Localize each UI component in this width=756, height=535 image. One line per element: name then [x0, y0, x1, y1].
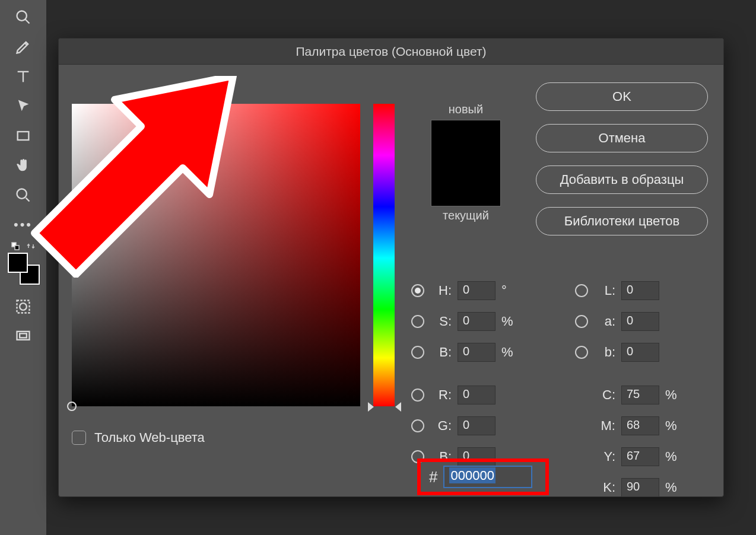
y-label: Y:	[593, 449, 615, 464]
k-label: K:	[593, 480, 615, 495]
color-preview: новый текущий	[424, 103, 507, 222]
path-select-tool-icon[interactable]	[8, 91, 38, 121]
b-radio[interactable]	[411, 346, 424, 359]
r-label: R:	[429, 387, 452, 403]
ok-button[interactable]: OK	[536, 82, 708, 111]
l-input[interactable]: 0	[621, 281, 659, 300]
hue-slider[interactable]	[373, 104, 395, 406]
more-tools-icon[interactable]: •••	[8, 210, 38, 240]
a-radio[interactable]	[575, 315, 588, 328]
svg-rect-11	[17, 332, 30, 340]
m-label: M:	[593, 418, 615, 434]
hash-label: #	[429, 468, 437, 486]
svg-rect-4	[18, 132, 29, 140]
g-label: G:	[429, 418, 452, 434]
hue-thumb-left[interactable]	[368, 402, 374, 412]
cancel-button[interactable]: Отмена	[536, 124, 708, 152]
b2-input[interactable]: 0	[458, 447, 495, 466]
default-colors-icon[interactable]	[11, 242, 20, 250]
svg-rect-12	[20, 333, 27, 337]
color-libraries-button[interactable]: Библиотеки цветов	[536, 207, 708, 235]
svg-line-6	[26, 198, 30, 202]
r-radio[interactable]	[411, 388, 424, 402]
r-input[interactable]: 0	[458, 386, 495, 405]
g-input[interactable]: 0	[458, 416, 495, 435]
hex-row: # 000000	[421, 466, 532, 488]
pen-tool-icon[interactable]	[8, 32, 38, 62]
color-cursor[interactable]	[67, 402, 77, 411]
quickmask-icon[interactable]	[8, 292, 38, 321]
b2-label: B:	[429, 449, 452, 464]
h-input[interactable]: 0	[458, 281, 495, 300]
web-only-label: Только Web-цвета	[94, 430, 205, 445]
l-label: L:	[593, 283, 615, 298]
a-label: a:	[593, 314, 615, 329]
b2-radio[interactable]	[411, 450, 424, 463]
h-label: H:	[429, 283, 452, 298]
svg-point-10	[20, 303, 27, 310]
s-input[interactable]: 0	[458, 312, 495, 331]
foreground-color-swatch[interactable]	[8, 253, 28, 273]
svg-rect-8	[15, 246, 19, 250]
saturation-brightness-field[interactable]	[72, 104, 360, 406]
rectangle-tool-icon[interactable]	[8, 121, 38, 151]
c-label: C:	[593, 387, 615, 403]
svg-rect-9	[17, 301, 30, 313]
color-picker-dialog: Палитра цветов (Основной цвет) новый тек…	[58, 38, 724, 497]
new-color-swatch[interactable]	[431, 120, 501, 206]
screenmode-icon[interactable]	[8, 321, 38, 351]
b-input[interactable]: 0	[458, 343, 495, 362]
magnify-tool-icon[interactable]	[8, 2, 38, 32]
s-label: S:	[429, 314, 452, 329]
zoom-tool-icon[interactable]	[8, 180, 38, 210]
l-radio[interactable]	[575, 284, 588, 297]
new-label: новый	[424, 103, 507, 116]
lb-radio[interactable]	[575, 346, 588, 359]
g-radio[interactable]	[411, 419, 424, 432]
svg-point-0	[17, 11, 27, 21]
svg-line-1	[26, 20, 30, 24]
color-swatches	[5, 242, 41, 285]
hue-thumb-right[interactable]	[395, 402, 401, 412]
deg-unit: °	[501, 283, 507, 298]
web-only-checkbox[interactable]	[72, 431, 86, 445]
hex-input[interactable]: 000000	[443, 466, 532, 488]
type-tool-icon[interactable]	[8, 62, 38, 91]
c-input[interactable]: 75	[621, 386, 659, 405]
s-radio[interactable]	[411, 315, 424, 328]
lb-input[interactable]: 0	[621, 343, 659, 362]
svg-point-5	[17, 189, 27, 199]
a-input[interactable]: 0	[621, 312, 659, 331]
dialog-title: Палитра цветов (Основной цвет)	[59, 39, 723, 65]
y-input[interactable]: 67	[621, 447, 659, 466]
k-input[interactable]: 90	[621, 478, 659, 497]
lb-label: b:	[593, 345, 615, 360]
add-swatch-button[interactable]: Добавить в образцы	[536, 165, 708, 194]
swap-colors-icon[interactable]	[27, 242, 35, 250]
m-input[interactable]: 68	[621, 416, 659, 435]
b-label: B:	[429, 345, 452, 360]
hand-tool-icon[interactable]	[8, 151, 38, 180]
h-radio[interactable]	[411, 284, 424, 297]
tools-toolbar: •••	[0, 0, 46, 535]
current-label: текущий	[424, 209, 507, 222]
